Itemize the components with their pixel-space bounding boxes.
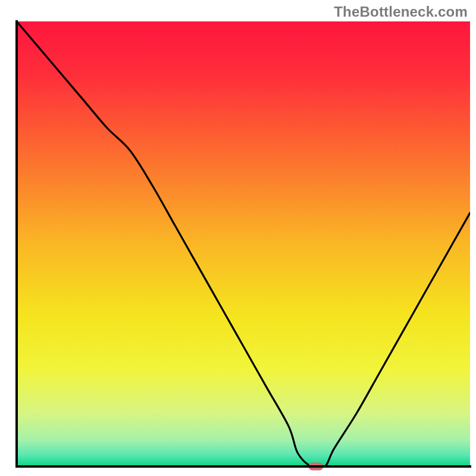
bottleneck-chart xyxy=(0,0,476,476)
chart-stage: { "watermark": "TheBottleneck.com", "cha… xyxy=(0,0,476,476)
watermark-label: TheBottleneck.com xyxy=(334,4,468,20)
heatmap-background xyxy=(17,21,470,466)
